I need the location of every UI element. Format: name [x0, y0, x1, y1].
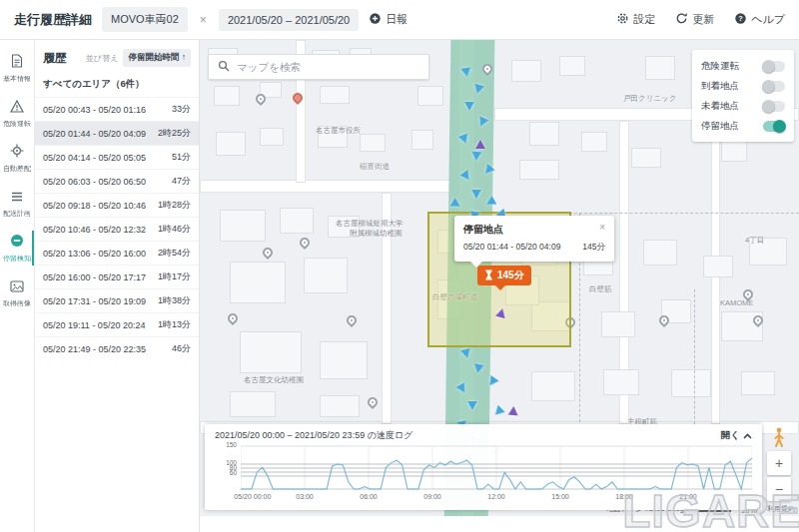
- x-axis-tick: 21:00: [679, 493, 697, 500]
- layer-row-stop-points: 停留地点: [701, 116, 785, 136]
- map-place-label: 戸田クリニック: [623, 94, 676, 104]
- history-row[interactable]: 05/20 04:14 - 05/20 05:0551分: [35, 145, 199, 169]
- sort-selector[interactable]: 停留開始時間 ↑: [123, 49, 191, 67]
- vehicle-tab[interactable]: MOVO車両02: [102, 7, 188, 32]
- history-row[interactable]: 05/20 21:49 - 05/20 22:3546分: [35, 336, 199, 360]
- history-title: 履歴: [43, 50, 81, 67]
- hourglass-icon: [484, 269, 493, 282]
- popup-time-range: 05/20 01:44 - 05/20 04:09: [463, 242, 560, 254]
- boundary-line: [694, 289, 695, 429]
- map-zoom-out-button[interactable]: −: [767, 477, 791, 501]
- layer-row-arrival-points: 到着地点: [701, 76, 785, 96]
- map-building: [220, 210, 266, 242]
- history-row[interactable]: 05/20 00:43 - 05/20 01:1633分: [35, 97, 199, 121]
- map-building: [417, 86, 443, 106]
- sidebar-item-basic-info[interactable]: 基本情報: [0, 46, 34, 91]
- map-terms-link[interactable]: 利用規約: [767, 504, 795, 514]
- speed-log-panel: 2021/05/20 00:00 – 2021/05/20 23:59 の速度ロ…: [205, 424, 762, 510]
- route-arrow-icon: [472, 363, 483, 374]
- map-search-box: [208, 54, 429, 80]
- map-pin-icon[interactable]: [298, 236, 312, 250]
- sidebar-item-dangerous-driving[interactable]: 危険運転: [0, 91, 34, 136]
- map-building: [519, 160, 559, 180]
- sidebar-item-auto-dispatch[interactable]: 自動差配: [0, 136, 34, 181]
- history-row[interactable]: 05/20 10:46 - 05/20 12:321時46分: [35, 217, 199, 241]
- history-row[interactable]: 05/20 13:06 - 05/20 16:002時54分: [35, 241, 199, 265]
- history-row[interactable]: 05/20 06:03 - 05/20 06:5047分: [35, 169, 199, 193]
- refresh-button[interactable]: 更新: [675, 12, 714, 27]
- image-icon: [10, 278, 24, 296]
- speed-line-chart: [241, 443, 752, 491]
- x-axis-tick: 12:00: [487, 493, 505, 500]
- history-row[interactable]: 05/20 19:11 - 05/20 20:241時13分: [35, 312, 199, 336]
- map-building: [645, 56, 675, 80]
- map-building: [411, 130, 433, 150]
- x-axis-ticks: 05/20 00:0003:0006:0009:0012:0015:0018:0…: [241, 493, 752, 505]
- report-icon: [369, 12, 382, 27]
- chevron-up-icon: [743, 430, 752, 441]
- daily-report-button[interactable]: 日報: [369, 12, 407, 27]
- crosshair-icon: [10, 144, 24, 162]
- map-building: [581, 132, 607, 152]
- y-axis-tick: 150: [213, 442, 237, 449]
- map-place-label: 附属柳城幼稚園: [350, 229, 402, 239]
- map-building: [741, 371, 775, 395]
- x-axis-tick: 05/20 00:00: [234, 493, 271, 500]
- map-building: [703, 256, 733, 277]
- popup-close-icon[interactable]: ×: [599, 223, 605, 233]
- map-building: [320, 341, 368, 379]
- minus-circle-icon: [10, 234, 24, 252]
- stop-duration-badge[interactable]: 145分: [477, 266, 531, 285]
- popup-title: 停留地点: [463, 223, 503, 237]
- toggle-dangerous-driving[interactable]: [763, 61, 785, 72]
- date-range-chip[interactable]: 2021/05/20 – 2021/05/20: [219, 9, 359, 31]
- map-building: [216, 132, 246, 156]
- sidebar-item-stop-detection[interactable]: 停留検知: [0, 226, 34, 270]
- sidebar-item-delivery-plan[interactable]: 配送計画: [0, 181, 34, 226]
- help-icon: ?: [734, 12, 747, 27]
- history-row[interactable]: 05/20 17:31 - 05/20 19:091時38分: [35, 288, 199, 312]
- svg-text:?: ?: [738, 14, 743, 23]
- speed-log-collapse-button[interactable]: 開く: [721, 429, 752, 442]
- search-icon: [218, 58, 230, 76]
- map-pin-icon[interactable]: [261, 246, 275, 260]
- page-title: 走行履歴詳細: [14, 11, 92, 29]
- history-row-selected[interactable]: 05/20 01:44 - 05/20 04:092時25分: [35, 121, 199, 145]
- x-axis-tick: 09:00: [423, 493, 441, 500]
- map-building: [531, 371, 575, 401]
- boundary-line: [569, 213, 799, 214]
- route-arrow-icon: [491, 405, 504, 418]
- route-arrow-icon: [464, 102, 474, 111]
- map-building: [320, 395, 360, 417]
- search-input[interactable]: [237, 61, 419, 73]
- map-canvas[interactable]: 名古屋市役所稲置街道戸田クリニック名古屋柳城短期大学附属柳城幼稚園名古屋文化幼稚…: [200, 40, 799, 516]
- map-building: [230, 262, 286, 303]
- map-building: [603, 369, 639, 395]
- map-zoom-in-button[interactable]: +: [767, 451, 791, 475]
- map-pin-icon[interactable]: [226, 311, 240, 325]
- toggle-stop-points[interactable]: [763, 121, 785, 132]
- route-arrow-icon: [467, 401, 477, 410]
- toggle-arrival-points[interactable]: [763, 81, 785, 92]
- map-building: [601, 311, 635, 337]
- x-axis-tick: 03:00: [296, 493, 314, 500]
- history-panel: 履歴 並び替え 停留開始時間 ↑ すべてのエリア（6件） 05/20 00:43…: [35, 40, 200, 532]
- toggle-not-arrived-points[interactable]: [763, 101, 785, 112]
- sidebar-item-captured-images[interactable]: 取得画像: [0, 270, 34, 315]
- speed-log-title: 2021/05/20 00:00 – 2021/05/20 23:59 の速度ロ…: [215, 429, 412, 442]
- map-pin-icon[interactable]: [366, 395, 380, 409]
- history-row[interactable]: 05/20 09:18 - 05/20 10:461時28分: [35, 193, 199, 217]
- app-window: 走行履歴詳細 MOVO車両02 × 2021/05/20 – 2021/05/2…: [0, 0, 799, 532]
- warning-triangle-icon: [10, 99, 24, 117]
- vehicle-tab-close-icon[interactable]: ×: [200, 13, 207, 27]
- area-filter[interactable]: すべてのエリア（6件）: [35, 74, 199, 97]
- history-row[interactable]: 05/20 16:00 - 05/20 17:171時17分: [35, 265, 199, 288]
- pegman-icon[interactable]: [768, 425, 790, 449]
- help-button[interactable]: ? ヘルプ: [734, 12, 785, 27]
- map-pin-icon[interactable]: [345, 313, 359, 327]
- route-arrow-icon: [460, 67, 471, 78]
- map-place-label: 白壁筋: [589, 284, 612, 294]
- settings-button[interactable]: 設定: [616, 12, 655, 27]
- history-list: 05/20 00:43 - 05/20 01:1633分 05/20 01:44…: [35, 97, 199, 360]
- map-building: [511, 60, 541, 82]
